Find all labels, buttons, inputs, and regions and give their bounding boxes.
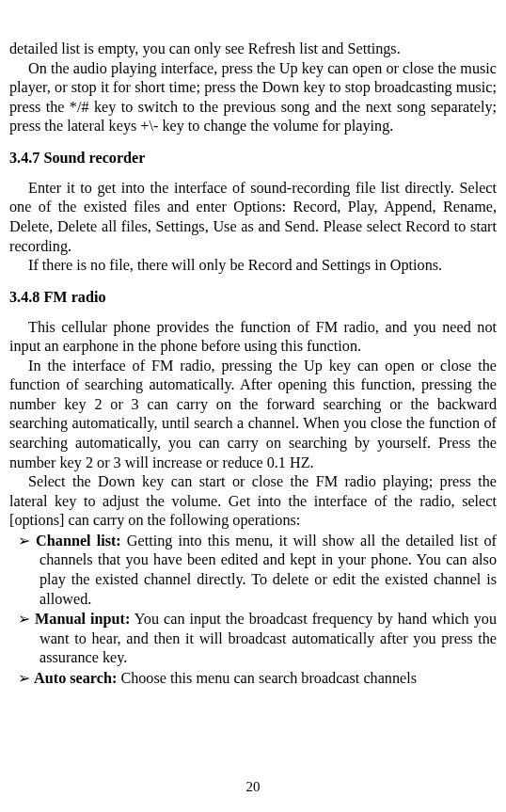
list-item-auto: ➢ Auto search: Choose this menu can sear…	[9, 668, 497, 689]
para-fm-1: This cellular phone provides the functio…	[9, 318, 497, 357]
list-item-channel: ➢ Channel list: Getting into this menu, …	[9, 531, 497, 609]
bullet-icon: ➢	[18, 669, 30, 686]
bullet-icon: ➢	[18, 532, 30, 549]
li3-label: Auto search:	[34, 670, 117, 687]
heading-fm-radio: 3.4.8 FM radio	[9, 289, 497, 307]
li1-label: Channel list:	[36, 533, 121, 549]
list-item-manual: ➢ Manual input: You can input the broadc…	[9, 609, 497, 668]
para-sound-recorder-2: If there is no file, there will only be …	[9, 256, 497, 276]
li2-label: Manual input:	[35, 611, 130, 628]
para-fm-2: In the interface of FM radio, pressing t…	[9, 357, 497, 472]
page-content: detailed list is empty, you can only see…	[0, 0, 506, 688]
para-sound-recorder-1: Enter it to get into the interface of so…	[9, 179, 497, 256]
page-number: 20	[0, 779, 506, 795]
bullet-icon: ➢	[18, 610, 30, 627]
para-fm-3: Select the Down key can start or close t…	[9, 472, 497, 531]
para-detailed-list: detailed list is empty, you can only see…	[9, 40, 497, 59]
li3-text: Choose this menu can search broadcast ch…	[117, 670, 417, 687]
heading-sound-recorder: 3.4.7 Sound recorder	[9, 150, 497, 167]
para-audio-playing: On the audio playing interface, press th…	[9, 59, 497, 136]
